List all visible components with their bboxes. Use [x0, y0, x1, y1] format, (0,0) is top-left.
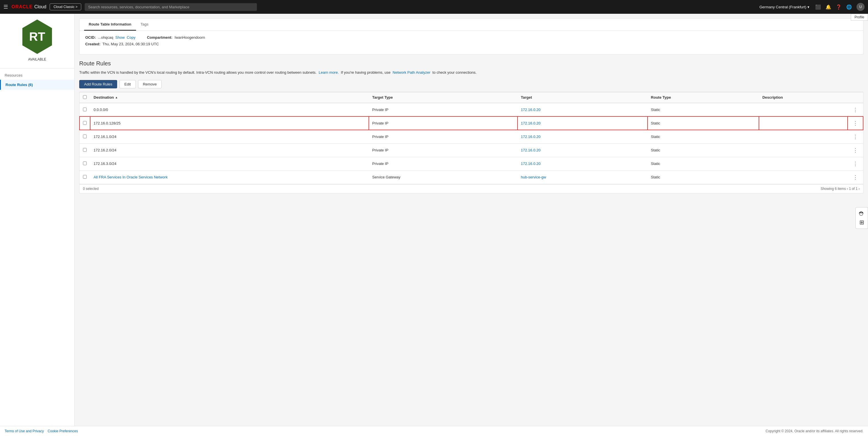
row-checkbox[interactable]: [83, 107, 87, 111]
cell-target-type: Private IP: [369, 143, 518, 157]
row-actions-button[interactable]: ⋮: [851, 120, 860, 127]
destination-link[interactable]: All FRA Services In Oracle Services Netw…: [94, 175, 167, 179]
row-checkbox[interactable]: [83, 121, 87, 125]
cell-route-type: Static: [648, 170, 759, 184]
cell-actions: ⋮: [848, 143, 863, 157]
bell-icon[interactable]: 🔔: [826, 4, 831, 10]
cell-route-type: Static: [648, 143, 759, 157]
target-link[interactable]: hub-service-gw: [521, 175, 546, 179]
terms-link[interactable]: Terms of Use and Privacy: [5, 429, 44, 433]
top-navigation: ☰ ORACLE Cloud Cloud Classic > Germany C…: [0, 0, 868, 14]
table-row: 172.16.1.0/24Private IP172.16.0.20Static…: [80, 130, 863, 143]
cell-actions: ⋮: [848, 170, 863, 184]
region-selector[interactable]: Germany Central (Frankfurt) ▾: [760, 5, 809, 9]
help-icon[interactable]: ❓: [836, 4, 842, 10]
compartment-label: Compartment:: [147, 35, 173, 40]
row-checkbox[interactable]: [83, 135, 87, 138]
learn-more-link[interactable]: Learn more.: [319, 70, 339, 75]
row-actions-button[interactable]: ⋮: [851, 173, 860, 181]
cloud-classic-button[interactable]: Cloud Classic >: [50, 3, 81, 10]
footer-left: Terms of Use and Privacy Cookie Preferen…: [5, 429, 78, 433]
target-link[interactable]: 172.16.0.20: [521, 107, 541, 112]
header-description: Description: [759, 92, 848, 103]
rt-hexagon-logo: RT: [20, 20, 55, 54]
created-value: Thu, May 23, 2024, 06:30:19 UTC: [102, 42, 159, 46]
help-widget[interactable]: ⛑ ⊞: [856, 207, 868, 229]
compartment-value: IwanHoogendoorn: [175, 35, 205, 40]
header-route-type: Route Type: [648, 92, 759, 103]
cell-destination: 172.16.2.0/24: [90, 143, 369, 157]
user-avatar[interactable]: U: [857, 3, 865, 11]
header-destination[interactable]: Destination ▲: [90, 92, 369, 103]
select-all-checkbox[interactable]: [83, 95, 87, 99]
table-header-row: Destination ▲ Target Type Target Route T…: [80, 92, 863, 103]
cell-target-type: Private IP: [369, 157, 518, 170]
info-tabs: Route Table Information Tags: [80, 19, 863, 31]
target-link[interactable]: 172.16.0.20: [521, 121, 541, 125]
resource-status: AVAILABLE: [28, 57, 46, 61]
terminal-icon[interactable]: ⬛: [815, 4, 821, 10]
cell-actions: ⋮: [848, 116, 863, 130]
remove-button[interactable]: Remove: [138, 80, 162, 88]
sort-arrow-icon: ▲: [115, 96, 118, 99]
target-link[interactable]: 172.16.0.20: [521, 148, 541, 152]
row-actions-button[interactable]: ⋮: [851, 146, 860, 154]
resource-logo-area: RT AVAILABLE: [0, 14, 74, 67]
oracle-text: ORACLE: [11, 4, 33, 9]
row-checkbox[interactable]: [83, 148, 87, 152]
cell-target: 172.16.0.20: [518, 143, 648, 157]
npa-link[interactable]: Network Path Analyzer: [393, 70, 431, 75]
ocid-show-link[interactable]: Show: [115, 35, 125, 40]
table-row: All FRA Services In Oracle Services Netw…: [80, 170, 863, 184]
target-link[interactable]: 172.16.0.20: [521, 162, 541, 166]
hamburger-menu[interactable]: ☰: [3, 4, 8, 10]
cell-actions: ⋮: [848, 130, 863, 143]
row-checkbox[interactable]: [83, 162, 87, 165]
add-route-rules-button[interactable]: Add Route Rules: [79, 80, 117, 88]
ocid-copy-link[interactable]: Copy: [127, 35, 135, 40]
created-label: Created:: [85, 42, 100, 46]
row-actions-button[interactable]: ⋮: [851, 106, 860, 113]
pagination-info: Showing 6 items ‹ 1 of 1 ›: [820, 187, 860, 191]
route-table-body: 0.0.0.0/0Private IP172.16.0.20Static⋮172…: [80, 103, 863, 184]
action-buttons: Add Route Rules Edit Remove: [79, 80, 863, 88]
target-link[interactable]: 172.16.0.20: [521, 135, 541, 139]
tab-tags[interactable]: Tags: [136, 19, 153, 31]
row-actions-button[interactable]: ⋮: [851, 160, 860, 168]
cell-target: 172.16.0.20: [518, 130, 648, 143]
cell-target: 172.16.0.20: [518, 157, 648, 170]
table-row: 0.0.0.0/0Private IP172.16.0.20Static⋮: [80, 103, 863, 117]
oracle-logo: ORACLE Cloud: [11, 4, 46, 9]
ocid-row: OCID: ...ohqcaq Show Copy Compartment: I…: [85, 35, 857, 40]
tab-route-table-info[interactable]: Route Table Information: [84, 19, 136, 31]
row-actions-button[interactable]: ⋮: [851, 133, 860, 140]
main-layout: RT AVAILABLE Resources Route Rules (6) R…: [0, 14, 868, 436]
cell-description: [759, 103, 848, 117]
cell-destination: 172.16.1.0/24: [90, 130, 369, 143]
header-checkbox-col: [80, 92, 90, 103]
global-search-input[interactable]: [85, 3, 257, 11]
cell-destination: 172.16.3.0/24: [90, 157, 369, 170]
cloud-text: Cloud: [34, 4, 46, 9]
route-rules-table-container: Destination ▲ Target Type Target Route T…: [79, 92, 863, 193]
route-rules-table: Destination ▲ Target Type Target Route T…: [80, 92, 863, 184]
help-life-ring-icon: ⛑: [859, 210, 865, 217]
ocid-value: ...ohqcaq: [98, 35, 113, 40]
cell-route-type: Static: [648, 157, 759, 170]
row-checkbox[interactable]: [83, 175, 87, 179]
globe-icon[interactable]: 🌐: [846, 4, 852, 10]
resources-label: Resources: [0, 70, 74, 80]
cell-target: hub-service-gw: [518, 170, 648, 184]
cell-destination: 0.0.0.0/0: [90, 103, 369, 117]
cell-route-type: Static: [648, 130, 759, 143]
cell-destination: 172.16.0.128/25: [90, 116, 369, 130]
header-actions: [848, 92, 863, 103]
cookie-link[interactable]: Cookie Preferences: [48, 429, 78, 433]
profile-tooltip: Profile: [851, 14, 868, 21]
cell-target: 172.16.0.20: [518, 116, 648, 130]
sidebar-item-route-rules[interactable]: Route Rules (6): [0, 80, 74, 90]
table-footer: 0 selected Showing 6 items ‹ 1 of 1 ›: [80, 184, 863, 193]
info-card: Route Table Information Tags OCID: ...oh…: [79, 19, 863, 55]
edit-button[interactable]: Edit: [119, 80, 135, 88]
sidebar: RT AVAILABLE Resources Route Rules (6): [0, 14, 74, 436]
